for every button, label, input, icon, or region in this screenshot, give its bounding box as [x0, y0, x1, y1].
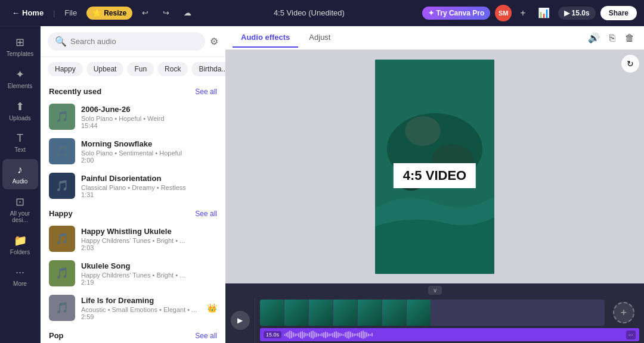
- pop-see-all[interactable]: See all: [195, 332, 217, 340]
- audio-delete-button[interactable]: 🗑: [623, 30, 637, 46]
- track-2006-june[interactable]: 🎵 2006-June-26 Solo Piano • Hopeful • We…: [41, 99, 225, 134]
- sidebar-icons: ⊞ Templates ✦ Elements ⬆ Uploads T Text …: [0, 26, 41, 343]
- play-time-button[interactable]: ▶ 15.0s: [558, 7, 596, 20]
- track-happy-whistling[interactable]: 🎵 Happy Whistling Ukulele Happy Children…: [41, 222, 225, 256]
- track-name-3: Painful Disorientation: [81, 174, 217, 183]
- sidebar-item-text[interactable]: T Text: [2, 127, 38, 158]
- wave-bar: [355, 333, 357, 336]
- play-time-label: 15.0s: [572, 9, 590, 17]
- avatar[interactable]: SM: [495, 5, 512, 21]
- timeline-collapse-button[interactable]: ∨: [428, 286, 442, 295]
- sidebar-item-folders[interactable]: 📁 Folders: [2, 229, 38, 260]
- nav-right: ✦ Try Canva Pro SM + 📊 ▶ 15.0s Share: [422, 5, 637, 21]
- tag-birthday[interactable]: Birthda...: [191, 62, 225, 76]
- wave-bar: [293, 332, 294, 337]
- track-name-2: Morning Snowflake: [81, 139, 217, 148]
- happy-title: Happy: [49, 209, 73, 218]
- svg-point-2: [405, 116, 441, 146]
- audio-strip-wrap: 15.0s ···: [260, 328, 639, 341]
- tab-audio-effects[interactable]: Audio effects: [233, 28, 298, 48]
- canvas-area: Audio effects Adjust 🔊 ⎘ 🗑: [225, 26, 644, 343]
- search-filter-button[interactable]: ⚙: [210, 36, 218, 47]
- wave-bar: [359, 332, 360, 338]
- tag-upbeat[interactable]: Upbeat: [86, 62, 124, 76]
- tag-happy[interactable]: Happy: [48, 62, 83, 76]
- track-morning-snowflake[interactable]: 🎵 Morning Snowflake Solo Piano • Sentime…: [41, 134, 225, 169]
- wave-bar: [350, 332, 351, 338]
- wave-bar: [329, 333, 330, 336]
- cloud-button[interactable]: ☁: [179, 6, 196, 20]
- search-bar: 🔍 ⚙: [41, 26, 225, 57]
- wave-bar: [320, 334, 321, 336]
- track-duration-5: 2:19: [81, 279, 217, 286]
- share-label: Share: [609, 9, 628, 17]
- track-life-dreaming[interactable]: 🎵 Life Is for Dreaming Acoustic • Small …: [41, 291, 225, 325]
- timeline-tracks: ▶ +: [225, 297, 644, 343]
- pop-section-header: Pop See all: [41, 325, 225, 343]
- play-time-icon: ▶: [564, 9, 569, 17]
- nav-center: 4:5 Video (Unedited): [201, 8, 417, 17]
- analytics-button[interactable]: 📊: [534, 5, 553, 21]
- audio-time-badge: 15.0s: [264, 331, 281, 338]
- timeline-toggle: ∨: [225, 283, 644, 297]
- share-button[interactable]: Share: [600, 6, 637, 20]
- wave-bar: [302, 331, 303, 339]
- add-collaborator-button[interactable]: +: [516, 5, 529, 21]
- audio-more-button[interactable]: ···: [626, 330, 636, 339]
- text-icon: T: [17, 132, 23, 145]
- add-clip-button[interactable]: +: [613, 302, 634, 323]
- file-button[interactable]: File: [60, 6, 82, 20]
- track-painful-disorientation[interactable]: 🎵 Painful Disorientation Classical Piano…: [41, 169, 225, 203]
- refresh-button[interactable]: ↻: [621, 55, 639, 73]
- undo-button[interactable]: ↩: [137, 6, 153, 20]
- try-pro-label: Try Canva Pro: [436, 9, 485, 17]
- sidebar-item-templates[interactable]: ⊞ Templates: [2, 31, 38, 62]
- redo-button[interactable]: ↪: [158, 6, 174, 20]
- wave-bar: [343, 334, 344, 336]
- audio-split-button[interactable]: ⎘: [607, 30, 618, 46]
- wave-bar: [346, 332, 348, 338]
- home-icon: ←: [12, 8, 20, 17]
- undo-icon: ↩: [142, 8, 148, 17]
- audio-icon: ♪: [17, 164, 23, 176]
- elements-label: Elements: [8, 83, 33, 89]
- track-info-5: Ukulele Song Happy Childrens' Tunes • Br…: [81, 261, 217, 286]
- track-info-4: Happy Whistling Ukulele Happy Childrens'…: [81, 227, 217, 251]
- happy-see-all[interactable]: See all: [195, 210, 217, 218]
- top-nav: ← Home | File 🌟 Resize ↩ ↪ ☁ 4:5 Video (…: [0, 0, 644, 26]
- audio-settings-button[interactable]: 🔊: [586, 30, 602, 46]
- track-meta-3: Classical Piano • Dreamy • Restless: [81, 184, 217, 191]
- strip-thumb-2: [284, 300, 308, 326]
- wave-bar: [311, 331, 312, 338]
- happy-section-header: Happy See all: [41, 203, 225, 222]
- wave-bar: [338, 332, 339, 338]
- recently-used-see-all[interactable]: See all: [195, 88, 217, 96]
- try-pro-button[interactable]: ✦ Try Canva Pro: [422, 7, 491, 20]
- tag-rock[interactable]: Rock: [157, 62, 188, 76]
- track-thumb-1: 🎵: [49, 104, 75, 130]
- sidebar-item-more[interactable]: ··· More: [2, 261, 38, 292]
- tag-fun[interactable]: Fun: [127, 62, 154, 76]
- sidebar-item-audio[interactable]: ♪ Audio: [2, 159, 38, 189]
- home-label: Home: [22, 8, 44, 17]
- track-info-3: Painful Disorientation Classical Piano •…: [81, 174, 217, 198]
- sidebar-item-uploads[interactable]: ⬆ Uploads: [2, 95, 38, 126]
- tab-adjust[interactable]: Adjust: [301, 28, 339, 48]
- play-button[interactable]: ▶: [231, 311, 250, 330]
- sidebar-item-elements[interactable]: ✦ Elements: [2, 63, 38, 94]
- track-info-1: 2006-June-26 Solo Piano • Hopeful • Weir…: [81, 105, 217, 129]
- track-thumb-3: 🎵: [49, 173, 75, 199]
- canvas-toolbar: Audio effects Adjust 🔊 ⎘ 🗑: [225, 26, 644, 50]
- sidebar-item-designs[interactable]: ⊡ All your desi...: [2, 191, 38, 228]
- wave-bar: [363, 330, 364, 339]
- video-preview: 4:5 VIDEO: [375, 60, 494, 274]
- track-meta-5: Happy Childrens' Tunes • Bright • ...: [81, 272, 217, 279]
- track-thumb-6: 🎵: [49, 295, 75, 321]
- audio-strip[interactable]: 15.0s ···: [260, 328, 639, 341]
- search-input[interactable]: [70, 37, 198, 46]
- track-ukulele-song[interactable]: 🎵 Ukulele Song Happy Childrens' Tunes • …: [41, 256, 225, 291]
- home-button[interactable]: ← Home: [7, 6, 48, 20]
- resize-button[interactable]: 🌟 Resize: [86, 7, 132, 20]
- track-meta-1: Solo Piano • Hopeful • Weird: [81, 115, 217, 122]
- search-input-wrap[interactable]: 🔍: [48, 32, 205, 51]
